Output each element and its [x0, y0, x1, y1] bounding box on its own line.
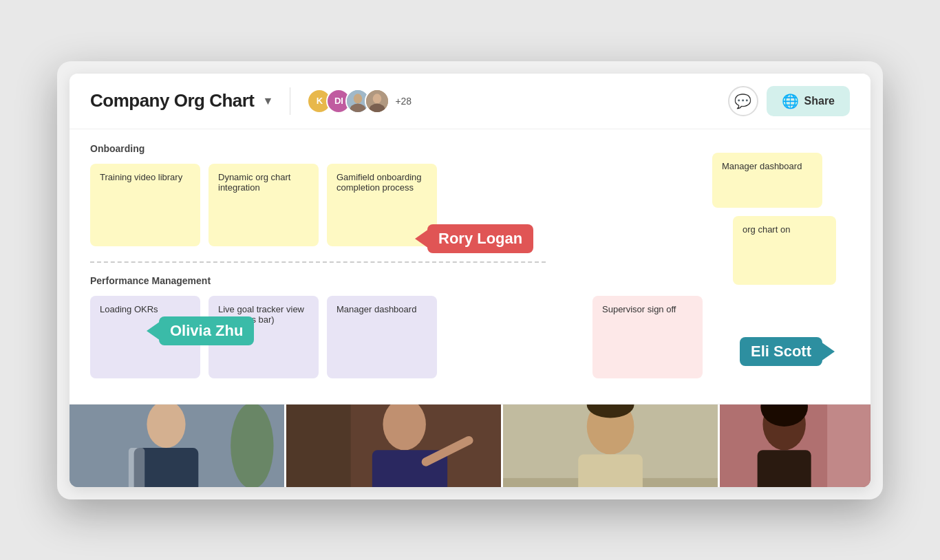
- olivia-arrow: [147, 321, 160, 341]
- page-title: Company Org Chart: [90, 90, 255, 111]
- avatar-count: +28: [395, 96, 412, 107]
- share-label: Share: [804, 95, 835, 107]
- comment-button[interactable]: 💬: [728, 86, 758, 116]
- avatar-photo2[interactable]: [365, 89, 389, 114]
- header-divider: [290, 87, 290, 115]
- olivia-zhu-badge: Olivia Zhu: [159, 316, 254, 345]
- header: Company Org Chart ▼ K DI: [70, 74, 870, 129]
- card-supervisor-signoff[interactable]: Supervisor sign off: [592, 296, 703, 378]
- rory-arrow: [415, 229, 429, 248]
- video-thumb-1[interactable]: [70, 405, 284, 487]
- globe-icon: 🌐: [782, 93, 799, 109]
- eli-name: Eli Scott: [751, 343, 811, 360]
- svg-rect-22: [828, 405, 870, 487]
- comment-icon: 💬: [734, 93, 751, 109]
- rory-logan-badge: Rory Logan: [427, 224, 533, 253]
- app-window: Company Org Chart ▼ K DI: [70, 74, 870, 487]
- svg-point-4: [373, 94, 381, 103]
- card-dynamic-org[interactable]: Dynamic org chart integration: [209, 164, 319, 246]
- device-frame: Company Org Chart ▼ K DI: [57, 61, 883, 499]
- rory-name: Rory Logan: [438, 230, 522, 248]
- card-right-orgchart[interactable]: org chart on: [733, 216, 836, 285]
- dashed-divider: [90, 261, 546, 263]
- content-area: Onboarding Training video library Dynami…: [90, 143, 850, 378]
- svg-rect-10: [129, 448, 145, 487]
- svg-rect-24: [758, 450, 811, 487]
- video-thumb-2[interactable]: [286, 405, 501, 487]
- olivia-name: Olivia Zhu: [170, 322, 243, 340]
- card-right-manager[interactable]: Manager dashboard: [712, 153, 822, 208]
- svg-point-7: [231, 405, 273, 487]
- dropdown-icon[interactable]: ▼: [263, 95, 274, 107]
- video-thumb-4[interactable]: [720, 405, 870, 487]
- right-overlay-cards: Manager dashboard org chart on: [712, 153, 836, 285]
- svg-rect-12: [286, 405, 351, 487]
- video-strip: [70, 404, 870, 487]
- card-training-video[interactable]: Training video library: [90, 164, 200, 246]
- card-text: Supervisor sign off: [602, 304, 676, 314]
- card-text: Manager dashboard: [337, 304, 416, 314]
- eli-scott-badge: Eli Scott: [740, 337, 822, 366]
- card-text: Gamifield onboarding completion process: [337, 172, 422, 193]
- video-thumb-3[interactable]: [503, 405, 718, 487]
- share-button[interactable]: 🌐 Share: [767, 86, 850, 116]
- card-text: Manager dashboard: [722, 161, 802, 171]
- card-text: Loading OKRs: [100, 304, 158, 314]
- avatar-group: K DI +28: [307, 89, 412, 114]
- svg-rect-19: [579, 454, 643, 487]
- card-manager-dashboard[interactable]: Manager dashboard: [327, 296, 437, 378]
- main-content: Onboarding Training video library Dynami…: [70, 129, 870, 487]
- card-text: Dynamic org chart integration: [218, 172, 290, 193]
- card-text: org chart on: [743, 224, 790, 235]
- eli-arrow: [821, 342, 835, 361]
- card-text: Training video library: [100, 172, 182, 182]
- svg-point-1: [354, 94, 362, 103]
